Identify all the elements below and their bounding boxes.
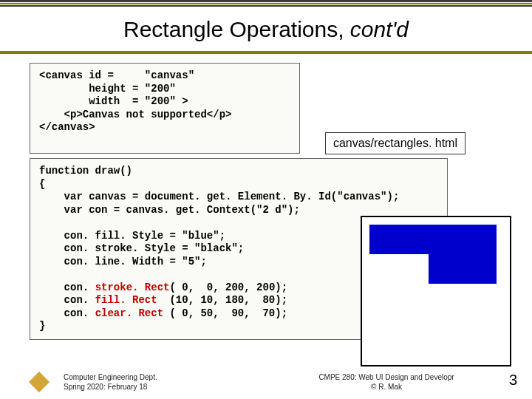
- canvas-output-illustration: [361, 216, 511, 366]
- header-decoration: [0, 0, 532, 7]
- title-contd: cont'd: [350, 17, 409, 41]
- code-block-canvas-html: <canvas id = "canvas" height = "200" wid…: [30, 63, 300, 154]
- slide-title: Rectangle Operations, cont'd: [0, 7, 532, 51]
- footer-center-text: CMPE 280: Web UI Design and Developr © R…: [211, 372, 532, 392]
- filename-label: canvas/rectangles. html: [325, 132, 466, 154]
- cleared-rectangle: [362, 254, 429, 306]
- title-main: Rectangle Operations,: [123, 17, 350, 41]
- slide-footer: Computer Engineering Dept. Spring 2020: …: [0, 372, 532, 392]
- footer-left-text: Computer Engineering Dept. Spring 2020: …: [64, 372, 211, 392]
- university-logo: [30, 372, 49, 392]
- page-number: 3: [509, 372, 517, 389]
